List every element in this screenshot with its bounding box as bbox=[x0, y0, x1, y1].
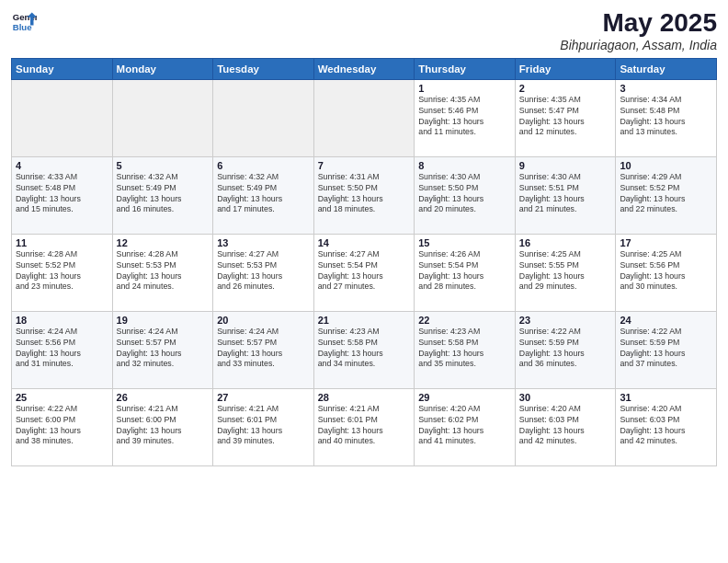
day-detail: Sunrise: 4:20 AMSunset: 6:03 PMDaylight:… bbox=[519, 404, 612, 448]
day-number: 31 bbox=[620, 392, 712, 403]
day-number: 27 bbox=[217, 392, 310, 403]
calendar-cell: 26Sunrise: 4:21 AMSunset: 6:00 PMDayligh… bbox=[112, 388, 213, 465]
svg-text:Blue: Blue bbox=[13, 22, 32, 32]
day-detail: Sunrise: 4:25 AMSunset: 5:56 PMDaylight:… bbox=[620, 249, 712, 293]
calendar-cell: 5Sunrise: 4:32 AMSunset: 5:49 PMDaylight… bbox=[112, 156, 213, 234]
calendar-header-row: SundayMondayTuesdayWednesdayThursdayFrid… bbox=[12, 58, 717, 79]
logo-icon: General Blue bbox=[11, 9, 37, 35]
location-title: Bihpuriagaon, Assam, India bbox=[560, 38, 717, 52]
day-number: 29 bbox=[418, 392, 511, 403]
calendar-cell: 9Sunrise: 4:30 AMSunset: 5:51 PMDaylight… bbox=[515, 156, 616, 234]
day-detail: Sunrise: 4:30 AMSunset: 5:51 PMDaylight:… bbox=[519, 172, 612, 216]
day-detail: Sunrise: 4:28 AMSunset: 5:53 PMDaylight:… bbox=[117, 249, 210, 293]
calendar-cell: 20Sunrise: 4:24 AMSunset: 5:57 PMDayligh… bbox=[213, 311, 314, 388]
day-number: 19 bbox=[117, 315, 210, 326]
day-detail: Sunrise: 4:29 AMSunset: 5:52 PMDaylight:… bbox=[620, 172, 712, 216]
day-detail: Sunrise: 4:35 AMSunset: 5:46 PMDaylight:… bbox=[418, 95, 511, 139]
day-detail: Sunrise: 4:20 AMSunset: 6:02 PMDaylight:… bbox=[418, 404, 511, 448]
day-number: 13 bbox=[217, 237, 310, 248]
calendar-week-row: 25Sunrise: 4:22 AMSunset: 6:00 PMDayligh… bbox=[12, 388, 717, 465]
day-detail: Sunrise: 4:33 AMSunset: 5:48 PMDaylight:… bbox=[16, 172, 108, 216]
day-detail: Sunrise: 4:34 AMSunset: 5:48 PMDaylight:… bbox=[620, 95, 712, 139]
col-header-wednesday: Wednesday bbox=[313, 58, 415, 79]
title-block: May 2025 Bihpuriagaon, Assam, India bbox=[560, 9, 717, 52]
day-detail: Sunrise: 4:23 AMSunset: 5:58 PMDaylight:… bbox=[318, 327, 411, 371]
day-detail: Sunrise: 4:21 AMSunset: 6:00 PMDaylight:… bbox=[117, 404, 210, 448]
day-detail: Sunrise: 4:35 AMSunset: 5:47 PMDaylight:… bbox=[519, 95, 612, 139]
day-detail: Sunrise: 4:32 AMSunset: 5:49 PMDaylight:… bbox=[117, 172, 210, 216]
day-number: 22 bbox=[418, 315, 511, 326]
day-detail: Sunrise: 4:27 AMSunset: 5:54 PMDaylight:… bbox=[318, 249, 411, 293]
calendar-cell bbox=[213, 79, 314, 156]
calendar-cell: 23Sunrise: 4:22 AMSunset: 5:59 PMDayligh… bbox=[515, 311, 616, 388]
calendar-cell: 22Sunrise: 4:23 AMSunset: 5:58 PMDayligh… bbox=[415, 311, 516, 388]
day-number: 2 bbox=[519, 83, 612, 94]
day-number: 24 bbox=[620, 315, 712, 326]
calendar-cell: 11Sunrise: 4:28 AMSunset: 5:52 PMDayligh… bbox=[12, 234, 113, 311]
calendar-cell: 15Sunrise: 4:26 AMSunset: 5:54 PMDayligh… bbox=[415, 234, 516, 311]
calendar-cell: 18Sunrise: 4:24 AMSunset: 5:56 PMDayligh… bbox=[12, 311, 113, 388]
calendar-cell: 1Sunrise: 4:35 AMSunset: 5:46 PMDaylight… bbox=[415, 79, 516, 156]
col-header-tuesday: Tuesday bbox=[213, 58, 314, 79]
calendar-cell: 16Sunrise: 4:25 AMSunset: 5:55 PMDayligh… bbox=[515, 234, 616, 311]
calendar-cell: 19Sunrise: 4:24 AMSunset: 5:57 PMDayligh… bbox=[112, 311, 213, 388]
day-number: 26 bbox=[117, 392, 210, 403]
day-number: 17 bbox=[620, 237, 712, 248]
day-number: 16 bbox=[519, 237, 612, 248]
day-detail: Sunrise: 4:21 AMSunset: 6:01 PMDaylight:… bbox=[217, 404, 310, 448]
calendar-week-row: 18Sunrise: 4:24 AMSunset: 5:56 PMDayligh… bbox=[12, 311, 717, 388]
day-number: 28 bbox=[318, 392, 411, 403]
day-detail: Sunrise: 4:21 AMSunset: 6:01 PMDaylight:… bbox=[318, 404, 411, 448]
calendar-cell: 6Sunrise: 4:32 AMSunset: 5:49 PMDaylight… bbox=[213, 156, 314, 234]
day-detail: Sunrise: 4:22 AMSunset: 5:59 PMDaylight:… bbox=[519, 327, 612, 371]
day-number: 4 bbox=[16, 160, 108, 171]
day-number: 18 bbox=[16, 315, 108, 326]
day-detail: Sunrise: 4:27 AMSunset: 5:53 PMDaylight:… bbox=[217, 249, 310, 293]
calendar-cell: 27Sunrise: 4:21 AMSunset: 6:01 PMDayligh… bbox=[213, 388, 314, 465]
day-number: 5 bbox=[117, 160, 210, 171]
logo: General Blue bbox=[11, 9, 37, 35]
calendar-cell: 30Sunrise: 4:20 AMSunset: 6:03 PMDayligh… bbox=[515, 388, 616, 465]
calendar-cell: 7Sunrise: 4:31 AMSunset: 5:50 PMDaylight… bbox=[313, 156, 415, 234]
day-detail: Sunrise: 4:26 AMSunset: 5:54 PMDaylight:… bbox=[418, 249, 511, 293]
calendar-week-row: 11Sunrise: 4:28 AMSunset: 5:52 PMDayligh… bbox=[12, 234, 717, 311]
day-detail: Sunrise: 4:23 AMSunset: 5:58 PMDaylight:… bbox=[418, 327, 511, 371]
calendar-cell bbox=[12, 79, 113, 156]
day-detail: Sunrise: 4:24 AMSunset: 5:57 PMDaylight:… bbox=[217, 327, 310, 371]
col-header-monday: Monday bbox=[112, 58, 213, 79]
day-number: 9 bbox=[519, 160, 612, 171]
calendar-cell bbox=[112, 79, 213, 156]
day-number: 14 bbox=[318, 237, 411, 248]
calendar-cell: 28Sunrise: 4:21 AMSunset: 6:01 PMDayligh… bbox=[313, 388, 415, 465]
day-detail: Sunrise: 4:25 AMSunset: 5:55 PMDaylight:… bbox=[519, 249, 612, 293]
day-number: 3 bbox=[620, 83, 712, 94]
calendar-week-row: 1Sunrise: 4:35 AMSunset: 5:46 PMDaylight… bbox=[12, 79, 717, 156]
day-number: 1 bbox=[418, 83, 511, 94]
calendar-cell: 13Sunrise: 4:27 AMSunset: 5:53 PMDayligh… bbox=[213, 234, 314, 311]
day-number: 25 bbox=[16, 392, 108, 403]
day-detail: Sunrise: 4:30 AMSunset: 5:50 PMDaylight:… bbox=[418, 172, 511, 216]
calendar-cell: 10Sunrise: 4:29 AMSunset: 5:52 PMDayligh… bbox=[616, 156, 717, 234]
day-number: 12 bbox=[117, 237, 210, 248]
day-number: 11 bbox=[16, 237, 108, 248]
col-header-sunday: Sunday bbox=[12, 58, 113, 79]
day-number: 30 bbox=[519, 392, 612, 403]
calendar-cell: 29Sunrise: 4:20 AMSunset: 6:02 PMDayligh… bbox=[415, 388, 516, 465]
calendar-cell: 21Sunrise: 4:23 AMSunset: 5:58 PMDayligh… bbox=[313, 311, 415, 388]
month-title: May 2025 bbox=[560, 9, 717, 38]
calendar-cell: 12Sunrise: 4:28 AMSunset: 5:53 PMDayligh… bbox=[112, 234, 213, 311]
day-detail: Sunrise: 4:20 AMSunset: 6:03 PMDaylight:… bbox=[620, 404, 712, 448]
calendar-cell: 2Sunrise: 4:35 AMSunset: 5:47 PMDaylight… bbox=[515, 79, 616, 156]
day-number: 21 bbox=[318, 315, 411, 326]
calendar-cell: 25Sunrise: 4:22 AMSunset: 6:00 PMDayligh… bbox=[12, 388, 113, 465]
calendar-table: SundayMondayTuesdayWednesdayThursdayFrid… bbox=[11, 58, 717, 466]
calendar-cell: 8Sunrise: 4:30 AMSunset: 5:50 PMDaylight… bbox=[415, 156, 516, 234]
calendar-cell: 14Sunrise: 4:27 AMSunset: 5:54 PMDayligh… bbox=[313, 234, 415, 311]
day-detail: Sunrise: 4:32 AMSunset: 5:49 PMDaylight:… bbox=[217, 172, 310, 216]
day-number: 6 bbox=[217, 160, 310, 171]
page-container: General Blue May 2025 Bihpuriagaon, Assa… bbox=[0, 0, 728, 563]
col-header-friday: Friday bbox=[515, 58, 616, 79]
day-detail: Sunrise: 4:22 AMSunset: 6:00 PMDaylight:… bbox=[16, 404, 108, 448]
day-detail: Sunrise: 4:28 AMSunset: 5:52 PMDaylight:… bbox=[16, 249, 108, 293]
calendar-cell: 17Sunrise: 4:25 AMSunset: 5:56 PMDayligh… bbox=[616, 234, 717, 311]
